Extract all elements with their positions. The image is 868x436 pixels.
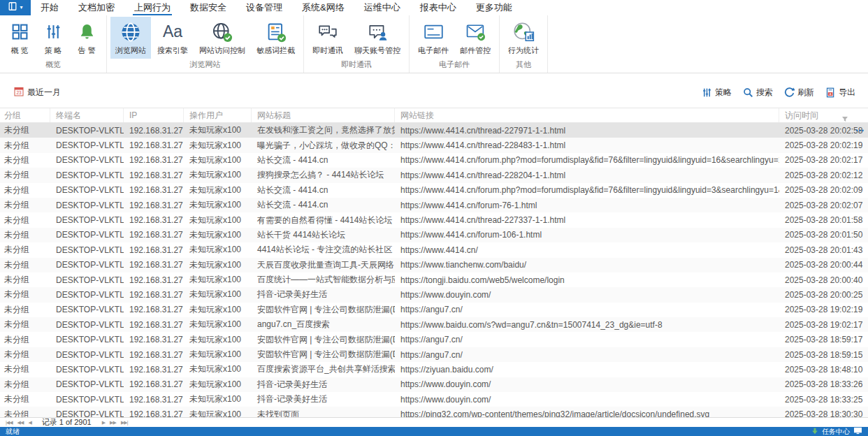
cell-url: https://www.douyin.com/ bbox=[395, 290, 779, 300]
menu-tab-start[interactable]: 开始 bbox=[31, 0, 68, 15]
pager-first-button[interactable]: |◀◀ bbox=[6, 420, 13, 426]
ribbon-button-instant-messaging[interactable]: 即时通讯 bbox=[308, 17, 348, 59]
ribbon-group-label: 浏览网站 bbox=[107, 59, 303, 73]
menu-tab-data-security[interactable]: 数据安全 bbox=[180, 0, 236, 15]
ribbon-button-search-engine[interactable]: Aa搜索引擎 bbox=[152, 17, 193, 59]
table-row[interactable]: 未分组DESKTOP-VLKTLE1192.168.31.27未知玩家x100站… bbox=[0, 153, 868, 168]
policy-button[interactable]: 策略 bbox=[702, 87, 732, 99]
table-row[interactable]: 未分组DESKTOP-VLKTLE1192.168.31.27未知玩家x100抖… bbox=[0, 287, 868, 302]
column-header-url[interactable]: 网站链接 bbox=[395, 108, 779, 122]
cell-url: https://www.4414.cn/thread-227971-1-1.ht… bbox=[395, 126, 779, 136]
ribbon-button-policy[interactable]: 策 略 bbox=[37, 17, 69, 59]
refresh-icon bbox=[784, 87, 795, 98]
pager-prev-group-button[interactable]: ◀◀ bbox=[17, 420, 24, 426]
ribbon-button-alarm[interactable]: 告 警 bbox=[71, 17, 103, 59]
row-actions-menu-icon[interactable]: ••• bbox=[856, 127, 865, 134]
table-row[interactable]: 未分组DESKTOP-VLKTLE1192.168.31.27未知玩家x100百… bbox=[0, 272, 868, 287]
table-row[interactable]: 未分组DESKTOP-VLKTLE1192.168.31.27未知玩家x100有… bbox=[0, 212, 868, 227]
search-button[interactable]: 搜索 bbox=[743, 87, 773, 99]
time-filter-funnel-icon[interactable] bbox=[841, 112, 848, 125]
cell-terminal: DESKTOP-VLKTLE1 bbox=[50, 245, 124, 255]
cell-terminal: DESKTOP-VLKTLE1 bbox=[50, 335, 124, 344]
column-header-title[interactable]: 网站标题 bbox=[252, 108, 395, 122]
menu-tab-report-center[interactable]: 报表中心 bbox=[410, 0, 466, 15]
cell-user: 未知玩家x100 bbox=[184, 184, 252, 196]
app-menu-caret-icon: ▾ bbox=[20, 5, 22, 10]
refresh-button[interactable]: 刷新 bbox=[784, 87, 814, 99]
cell-user: 未知玩家x100 bbox=[184, 199, 252, 211]
cell-url: https://www.4414.cn/thread-228483-1-1.ht… bbox=[395, 140, 779, 150]
ribbon-button-behavior-stats[interactable]: 行为统计 bbox=[503, 17, 544, 59]
table-row[interactable]: 未分组DESKTOP-VLKTLE1192.168.31.27未知玩家x100曝… bbox=[0, 138, 868, 152]
column-header-time[interactable]: 访问时间 bbox=[779, 108, 868, 122]
cell-time: 2025-03-28 18:48:10 bbox=[779, 365, 868, 375]
cell-group: 未分组 bbox=[0, 244, 50, 256]
column-header-terminal[interactable]: 终端名 bbox=[50, 108, 124, 122]
cell-group: 未分组 bbox=[0, 215, 50, 226]
cell-url: https://www.douyin.com/ bbox=[395, 395, 779, 405]
ribbon-button-sensitive-word-block[interactable]: 敏感词拦截 bbox=[252, 17, 300, 59]
table-row[interactable]: 未分组DESKTOP-VLKTLE1192.168.31.27未知玩家x100安… bbox=[0, 332, 868, 347]
application-window: ▾ 开始文档加密上网行为数据安全设备管理系统&网络运维中心报表中心更多功能 概 … bbox=[0, 0, 868, 436]
ribbon-button-chat-account-control[interactable]: 聊天账号管控 bbox=[349, 17, 405, 59]
cell-title: 天辰百度收录批量查询工具-天辰网络 bbox=[252, 259, 395, 271]
table-row[interactable]: 未分组DESKTOP-VLKTLE1192.168.31.27未知玩家x100未… bbox=[0, 407, 868, 417]
export-button[interactable]: A导出 bbox=[825, 87, 855, 99]
app-menu-button[interactable]: ▾ bbox=[0, 0, 31, 15]
cell-title: angu7.cn_百度搜索 bbox=[252, 319, 395, 330]
table-row[interactable]: 未分组DESKTOP-VLKTLE1192.168.31.27未知玩家x100站… bbox=[0, 228, 868, 242]
cell-group: 未分组 bbox=[0, 379, 50, 391]
ribbon-button-label: 告 警 bbox=[78, 45, 95, 56]
ribbon-button-email[interactable]: 电子邮件 bbox=[413, 17, 454, 59]
table-row[interactable]: 未分组DESKTOP-VLKTLE1192.168.31.27未知玩家x100抖… bbox=[0, 377, 868, 392]
table-row[interactable]: 未分组DESKTOP-VLKTLE1192.168.31.27未知玩家x100抖… bbox=[0, 392, 868, 407]
menu-tab-internet-behavior[interactable]: 上网行为 bbox=[124, 0, 180, 15]
menu-tab-ops-center[interactable]: 运维中心 bbox=[354, 0, 410, 15]
ribbon: 概 览策 略告 警概览浏览网站Aa搜索引擎网站访问控制敏感词拦截浏览网站即时通讯… bbox=[0, 15, 868, 73]
globe-check-icon bbox=[212, 20, 233, 45]
menu-tab-system-network[interactable]: 系统&网络 bbox=[292, 0, 354, 15]
cell-url: https://ziyuan.baidu.com/ bbox=[395, 365, 779, 375]
pager-last-button[interactable]: ▶▶| bbox=[121, 420, 128, 426]
cell-url: https://angu7.cn/ bbox=[395, 305, 779, 314]
table-row[interactable]: 未分组DESKTOP-VLKTLE1192.168.31.27未知玩家x100安… bbox=[0, 347, 868, 362]
ribbon-button-email-control[interactable]: 邮件管控 bbox=[455, 17, 496, 59]
monitor-icon[interactable] bbox=[853, 427, 862, 436]
table-row[interactable]: 未分组DESKTOP-VLKTLE1192.168.31.27未知玩家x100站… bbox=[0, 198, 868, 212]
table-row[interactable]: 未分组DESKTOP-VLKTLE1192.168.31.27未知玩家x1004… bbox=[0, 242, 868, 257]
cell-terminal: DESKTOP-VLKTLE1 bbox=[50, 305, 124, 314]
table-row[interactable]: 未分组DESKTOP-VLKTLE1192.168.31.27未知玩家x100搜… bbox=[0, 168, 868, 182]
calendar-icon: 23 bbox=[14, 87, 24, 99]
table-row[interactable]: 未分组DESKTOP-VLKTLE1192.168.31.27未知玩家x100百… bbox=[0, 362, 868, 377]
filter-toolbar: 23 最近一月 策略搜索刷新A导出 bbox=[0, 73, 868, 108]
menu-tab-more-functions[interactable]: 更多功能 bbox=[466, 0, 522, 15]
column-header-group[interactable]: 分组 bbox=[0, 108, 50, 122]
column-header-ip[interactable]: IP bbox=[124, 108, 184, 122]
cell-url: https://tongji.baidu.com/web5/welcome/lo… bbox=[395, 275, 779, 285]
table-row[interactable]: 未分组DESKTOP-VLKTLE1192.168.31.27未知玩家x100a… bbox=[0, 317, 868, 332]
ribbon-group-2: 即时通讯聊天账号管控即时通讯 bbox=[304, 15, 410, 73]
menu-tab-doc-encrypt[interactable]: 文档加密 bbox=[68, 0, 124, 15]
pager-next-button[interactable]: ▶ bbox=[102, 420, 105, 426]
column-header-user[interactable]: 操作用户 bbox=[184, 108, 252, 122]
table-row[interactable]: 未分组DESKTOP-VLKTLE1192.168.31.27未知玩家x100在… bbox=[0, 123, 868, 138]
cell-title: 安固软件官网 | 专注公司数据防泄漏(DLP)，... bbox=[252, 334, 395, 346]
ribbon-button-browse-websites[interactable]: 浏览网站 bbox=[110, 17, 151, 59]
ribbon-button-label: 策 略 bbox=[44, 45, 62, 56]
toolbar-actions: 策略搜索刷新A导出 bbox=[702, 87, 855, 99]
pager-next-group-button[interactable]: ▶▶ bbox=[110, 420, 116, 426]
cell-user: 未知玩家x100 bbox=[184, 274, 252, 286]
mail-check-icon bbox=[465, 20, 486, 45]
ribbon-button-overview[interactable]: 概 览 bbox=[3, 17, 36, 59]
table-row[interactable]: 未分组DESKTOP-VLKTLE1192.168.31.27未知玩家x100站… bbox=[0, 183, 868, 198]
ribbon-button-label: 聊天账号管控 bbox=[354, 45, 400, 56]
ribbon-button-website-access-control[interactable]: 网站访问控制 bbox=[194, 17, 250, 59]
task-center-button[interactable]: 任务中心 bbox=[822, 427, 850, 436]
cell-title: 安固软件官网 | 专注公司数据防泄漏(DLP)，... bbox=[252, 349, 395, 361]
date-range-filter[interactable]: 23 最近一月 bbox=[14, 87, 61, 99]
table-row[interactable]: 未分组DESKTOP-VLKTLE1192.168.31.27未知玩家x100天… bbox=[0, 258, 868, 272]
ribbon-group-label: 电子邮件 bbox=[410, 59, 499, 73]
pager-prev-button[interactable]: ◀ bbox=[28, 420, 31, 426]
menu-tab-device-manage[interactable]: 设备管理 bbox=[236, 0, 292, 15]
table-row[interactable]: 未分组DESKTOP-VLKTLE1192.168.31.27未知玩家x100安… bbox=[0, 303, 868, 317]
